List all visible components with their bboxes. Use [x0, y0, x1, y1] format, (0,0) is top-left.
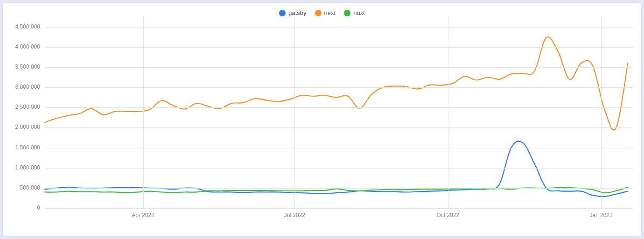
y-axis-tick-label: 0	[5, 204, 40, 211]
series-line-next	[45, 37, 628, 130]
gridline-horizontal	[45, 168, 633, 169]
gridline-horizontal	[45, 27, 633, 28]
gridline-vertical	[143, 17, 144, 208]
gridline-horizontal	[45, 87, 633, 88]
y-axis-tick-label: 4 000 000	[5, 43, 40, 50]
plot-area: 0500 0001 000 0001 500 0002 000 0002 500…	[3, 3, 641, 236]
x-axis-tick-label: Apr 2022	[132, 212, 154, 218]
chart-card: gatsbynextnuxt 0500 0001 000 0001 500 00…	[3, 3, 641, 236]
gridline-vertical	[601, 17, 602, 208]
gridline-vertical	[448, 17, 448, 208]
y-axis-tick-label: 4 500 000	[5, 23, 40, 30]
y-axis-tick-label: 3 000 000	[5, 84, 40, 90]
gridline-horizontal	[45, 67, 633, 68]
x-axis-tick-label: Jan 2023	[589, 212, 612, 218]
gridline-horizontal	[45, 148, 633, 148]
chart-lines	[3, 3, 641, 236]
x-axis-tick-label: Oct 2022	[436, 212, 459, 218]
y-axis-tick-label: 1 000 000	[5, 164, 40, 171]
y-axis-tick-label: 1 500 000	[5, 144, 40, 151]
gridline-horizontal	[45, 47, 633, 48]
x-axis-tick-label: Jul 2022	[284, 212, 305, 218]
y-axis-tick-label: 3 500 000	[5, 63, 40, 70]
y-axis-tick-label: 2 500 000	[5, 104, 40, 110]
gridline-vertical	[294, 17, 295, 208]
y-axis-tick-label: 2 000 000	[5, 124, 40, 130]
gridline-horizontal	[45, 127, 633, 128]
y-axis-tick-label: 500 000	[5, 184, 40, 191]
gridline-horizontal	[45, 208, 633, 209]
gridline-horizontal	[45, 107, 633, 108]
gridline-horizontal	[45, 188, 633, 189]
